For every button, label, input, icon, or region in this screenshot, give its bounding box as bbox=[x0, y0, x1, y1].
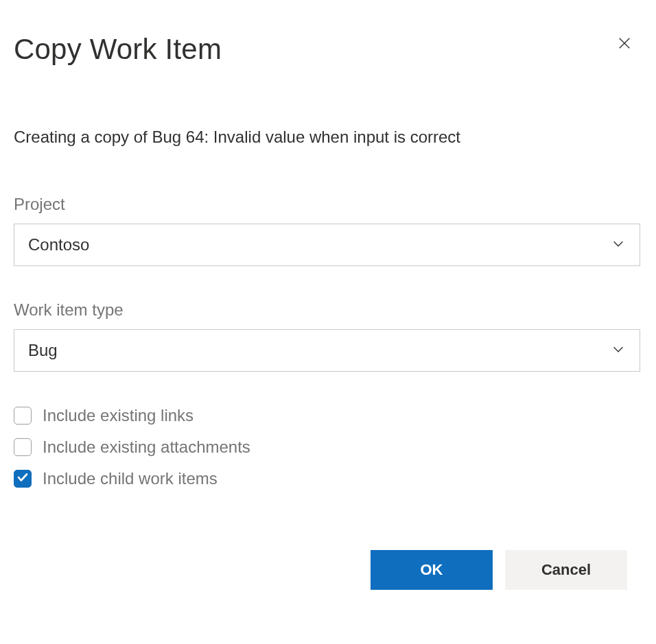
work-item-type-dropdown[interactable]: Bug bbox=[14, 329, 640, 372]
dialog-description: Creating a copy of Bug 64: Invalid value… bbox=[14, 128, 642, 147]
include-attachments-checkbox[interactable] bbox=[14, 438, 32, 456]
project-label: Project bbox=[14, 195, 642, 214]
work-item-type-label: Work item type bbox=[14, 300, 642, 320]
dialog-button-row: OK Cancel bbox=[14, 550, 642, 590]
check-icon bbox=[16, 471, 29, 486]
include-attachments-row: Include existing attachments bbox=[14, 438, 642, 457]
include-child-items-row: Include child work items bbox=[14, 469, 642, 488]
include-links-checkbox[interactable] bbox=[14, 407, 32, 425]
ok-button[interactable]: OK bbox=[371, 550, 493, 590]
work-item-type-dropdown-value: Bug bbox=[28, 341, 58, 360]
chevron-down-icon bbox=[611, 342, 626, 359]
project-dropdown[interactable]: Contoso bbox=[14, 224, 640, 266]
copy-work-item-dialog: Copy Work Item Creating a copy of Bug 64… bbox=[14, 33, 642, 590]
cancel-button[interactable]: Cancel bbox=[505, 550, 627, 590]
include-child-items-label[interactable]: Include child work items bbox=[43, 469, 218, 488]
chevron-down-icon bbox=[611, 236, 626, 254]
close-button[interactable] bbox=[613, 33, 635, 55]
close-icon bbox=[617, 36, 632, 53]
include-links-label[interactable]: Include existing links bbox=[43, 406, 194, 425]
work-item-type-field-group: Work item type Bug bbox=[14, 300, 642, 372]
include-links-row: Include existing links bbox=[14, 406, 642, 425]
checkbox-group: Include existing links Include existing … bbox=[14, 406, 642, 488]
project-field-group: Project Contoso bbox=[14, 195, 642, 266]
dialog-title: Copy Work Item bbox=[14, 33, 642, 66]
project-dropdown-value: Contoso bbox=[28, 235, 89, 254]
include-child-items-checkbox[interactable] bbox=[14, 470, 32, 488]
include-attachments-label[interactable]: Include existing attachments bbox=[43, 438, 250, 457]
